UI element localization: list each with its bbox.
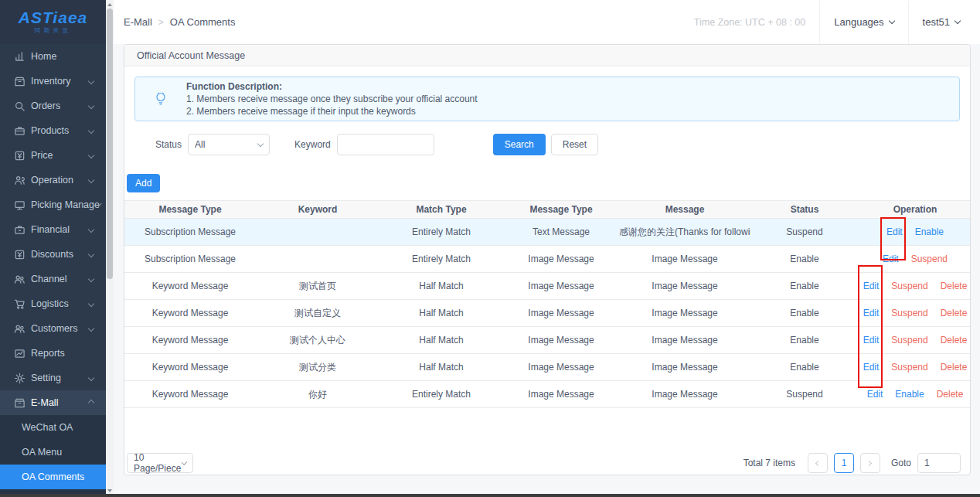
delete-link[interactable]: Delete: [937, 389, 964, 400]
sidebar-item-wechat-oa[interactable]: WeChat OA: [0, 415, 106, 440]
chevron-down-icon: [88, 325, 94, 332]
sidebar-item-reports[interactable]: Reports: [0, 341, 106, 366]
yen-tag-icon: [14, 249, 26, 260]
page-size-select[interactable]: 10 Page/Piece: [127, 453, 193, 473]
sidebar-item-logistics[interactable]: Logistics: [0, 291, 106, 316]
suspend-link[interactable]: Suspend: [891, 362, 927, 373]
delete-link[interactable]: Delete: [941, 362, 968, 373]
cell-message: Image Message: [619, 246, 750, 273]
cell-status: Enable: [750, 300, 859, 327]
status-select[interactable]: All: [188, 134, 270, 155]
cell-keyword: 测试首页: [256, 273, 379, 300]
add-row: Add: [127, 174, 970, 192]
cell-message-type: Keyword Message: [124, 273, 256, 300]
chevron-down-icon: [88, 375, 94, 381]
function-description-title: Function Description:: [186, 80, 478, 93]
sidebar-item-oa-menu[interactable]: OA Menu: [0, 440, 106, 465]
cell-message-type: Subscription Message: [124, 246, 256, 273]
cell-message-type-2: Image Message: [503, 327, 619, 354]
reset-button[interactable]: Reset: [551, 134, 598, 155]
content-area: Official Account Message Function Descri…: [114, 44, 980, 497]
sidebar-item-price[interactable]: Price: [0, 143, 106, 168]
sidebar-item-e-mall[interactable]: E-Mall: [0, 390, 106, 415]
delete-link[interactable]: Delete: [941, 281, 968, 291]
cell-match-type: Half Match: [379, 273, 503, 300]
prev-page-button[interactable]: [808, 453, 828, 473]
sidebar: ASTiaea 阿斯米亚 Home Inventory Orders Produ…: [0, 0, 106, 497]
chevron-down-icon: [88, 152, 94, 158]
edit-link[interactable]: Edit: [886, 226, 903, 237]
suspend-link[interactable]: Suspend: [891, 308, 927, 318]
edit-link[interactable]: Edit: [883, 254, 899, 264]
delete-link[interactable]: Delete: [941, 308, 968, 318]
languages-dropdown[interactable]: Languages: [820, 0, 907, 44]
sidebar-item-channel[interactable]: Channel: [0, 267, 106, 291]
function-description-text: Function Description: 1. Members receive…: [186, 80, 478, 117]
sidebar-item-discounts[interactable]: Discounts: [0, 242, 106, 267]
cell-keyword: 测试分类: [256, 354, 379, 381]
edit-link[interactable]: Edit: [867, 389, 883, 400]
chevron-down-icon: [257, 141, 264, 147]
brand-logo[interactable]: ASTiaea 阿斯米亚: [0, 0, 106, 44]
suspend-link[interactable]: Suspend: [891, 281, 927, 291]
table-row: Keyword Message 测试分类 Half Match Image Me…: [124, 354, 971, 381]
user-dropdown[interactable]: test51: [909, 0, 974, 44]
sidebar-item-customers[interactable]: Customers: [0, 316, 106, 341]
edit-link[interactable]: Edit: [863, 335, 880, 346]
main-area: E-Mall > OA Comments Time Zone: UTC + 08…: [114, 0, 980, 497]
scroll-down-arrow-icon[interactable]: [107, 489, 112, 492]
cell-message-type-2: Image Message: [503, 246, 619, 273]
chevron-down-icon: [88, 177, 94, 183]
next-page-button[interactable]: [860, 453, 880, 473]
scroll-up-arrow-icon[interactable]: [107, 3, 112, 6]
breadcrumb: E-Mall > OA Comments: [124, 16, 235, 28]
chevron-up-icon: [88, 400, 94, 406]
sidebar-item-home[interactable]: Home: [0, 44, 106, 69]
chevron-down-icon: [88, 103, 94, 109]
sidebar-item-picking-manage[interactable]: Picking Manage: [0, 192, 106, 217]
enable-link[interactable]: Enable: [915, 226, 944, 237]
lightbulb-icon: [152, 90, 169, 107]
goto-page-input[interactable]: [917, 453, 961, 473]
sidebar-item-financial[interactable]: Financial: [0, 217, 106, 242]
function-description-line1: 1. Members receive message once they sub…: [186, 93, 478, 105]
breadcrumb-separator: >: [158, 17, 164, 28]
horizontal-scrollbar[interactable]: [0, 494, 980, 497]
enable-link[interactable]: Enable: [895, 389, 924, 400]
keyword-input[interactable]: [337, 134, 434, 155]
chevron-down-icon: [88, 251, 94, 257]
table-row: Keyword Message 测试自定义 Half Match Image M…: [124, 300, 971, 327]
current-page-button[interactable]: 1: [834, 453, 854, 473]
operation-cell: Edit Suspend Delete: [859, 281, 971, 291]
edit-link[interactable]: Edit: [863, 308, 880, 318]
brand-logo-text: ASTiaea: [19, 10, 88, 26]
suspend-link[interactable]: Suspend: [891, 335, 927, 346]
delete-link[interactable]: Delete: [941, 335, 968, 346]
sidebar-item-inventory[interactable]: Inventory: [0, 69, 106, 94]
operation-cell: Edit Suspend Delete: [859, 308, 971, 318]
breadcrumb-e-mall[interactable]: E-Mall: [124, 16, 152, 28]
sidebar-item-operation[interactable]: Operation: [0, 168, 106, 192]
scrollbar-thumb[interactable]: [107, 9, 113, 279]
cell-keyword: 测试自定义: [256, 300, 379, 327]
table-header-row: Message Type Keyword Match Type Message …: [124, 201, 971, 219]
edit-link[interactable]: Edit: [863, 362, 880, 373]
chevron-down-icon: [88, 301, 94, 307]
sidebar-scrollbar[interactable]: [106, 0, 114, 497]
cell-message: Image Message: [619, 273, 750, 300]
table-row: Subscription Message Entirely Match Text…: [124, 219, 971, 246]
cell-keyword: 测试个人中心: [256, 327, 379, 354]
sidebar-item-products[interactable]: Products: [0, 118, 106, 143]
search-button[interactable]: Search: [493, 134, 546, 155]
briefcase-icon: [14, 224, 26, 236]
header-operation: Operation: [859, 201, 971, 219]
panel-title: Official Account Message: [124, 45, 970, 66]
sidebar-item-orders[interactable]: Orders: [0, 94, 106, 118]
edit-link[interactable]: Edit: [863, 281, 880, 291]
sidebar-item-oa-comments[interactable]: OA Comments: [0, 465, 106, 489]
suspend-link[interactable]: Suspend: [911, 254, 948, 264]
add-button[interactable]: Add: [127, 174, 160, 192]
cell-match-type: Entirely Match: [379, 219, 503, 246]
table-row: Keyword Message 测试首页 Half Match Image Me…: [124, 273, 971, 300]
sidebar-item-setting[interactable]: Setting: [0, 366, 106, 390]
